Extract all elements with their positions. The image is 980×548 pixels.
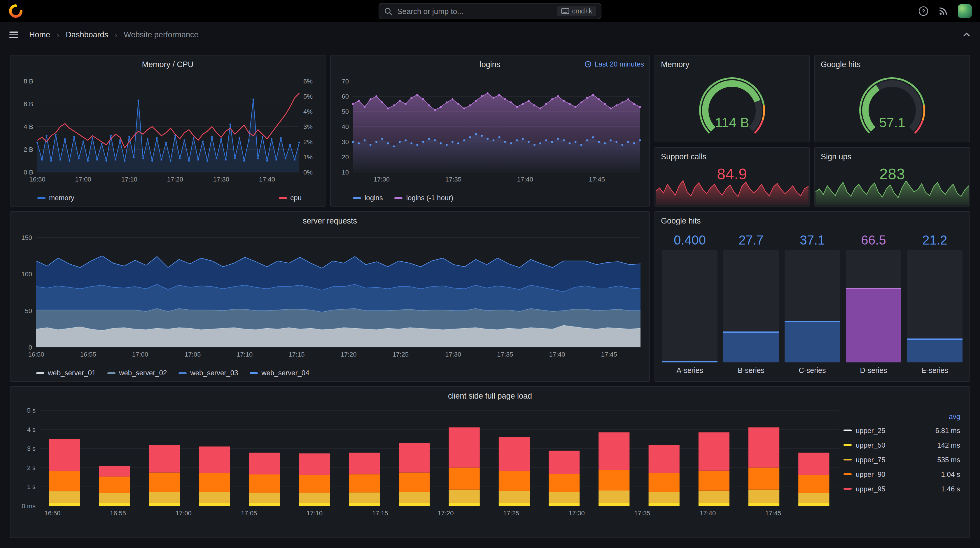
panel-title[interactable]: server requests (11, 212, 649, 229)
panel-title[interactable]: Memory (655, 56, 809, 73)
svg-text:4 B: 4 B (24, 123, 33, 131)
legend-item-logins[interactable]: logins (353, 194, 383, 202)
logins-chart[interactable]: 1020304050607017:3017:3517:4017:45 (331, 56, 649, 206)
bar-value: 0.400 (662, 232, 718, 250)
panel-title[interactable]: Memory / CPU (11, 56, 325, 73)
bar-value: 66.5 (846, 232, 901, 250)
legend-swatch (843, 459, 852, 460)
svg-text:17:30: 17:30 (445, 351, 461, 358)
legend-label: upper_25 (856, 426, 885, 435)
legend-item-upper-95[interactable]: upper_95 1.46 s (843, 481, 960, 496)
svg-text:17:00: 17:00 (132, 351, 148, 358)
svg-text:0 B: 0 B (24, 169, 33, 176)
legend-item-web-server-04[interactable]: web_server_04 (250, 369, 309, 377)
panel-title[interactable]: client side full page load (11, 387, 969, 405)
legend-label: upper_50 (856, 441, 885, 449)
legend-avg-value: 6.81 ms (935, 426, 960, 435)
grafana-logo[interactable] (8, 3, 23, 19)
panel-support-calls: Support calls 84.9 (654, 147, 810, 207)
legend-item-upper-90[interactable]: upper_90 1.04 s (843, 467, 960, 481)
legend-item-web-server-03[interactable]: web_server_03 (178, 369, 238, 377)
svg-text:17:45: 17:45 (601, 351, 617, 358)
legend-item-web-server-02[interactable]: web_server_02 (107, 369, 167, 377)
help-icon[interactable]: ? (918, 6, 929, 16)
search-input[interactable]: Search or jump to... cmd+k (379, 3, 601, 19)
panel-memory-cpu: Memory / CPU 0 B2 B4 B6 B8 B0%1%2%3%4%5%… (10, 55, 326, 207)
svg-text:17:15: 17:15 (372, 510, 388, 517)
svg-text:17:35: 17:35 (497, 351, 513, 358)
svg-text:100: 100 (21, 271, 32, 278)
svg-text:17:00: 17:00 (176, 510, 192, 517)
bar-fill (723, 331, 779, 362)
panel-title[interactable]: Google hits (815, 56, 969, 73)
svg-text:70: 70 (342, 78, 349, 85)
svg-text:6 B: 6 B (24, 100, 33, 108)
bar-fill (662, 361, 718, 362)
bar-fill (907, 339, 963, 362)
bar-fill (846, 288, 901, 362)
bar-fill (784, 321, 840, 362)
legend-avg-value: 1.46 s (941, 485, 960, 493)
svg-text:16:50: 16:50 (28, 351, 44, 358)
bar-track (723, 250, 779, 362)
legend-label: memory (49, 194, 75, 202)
page-load-chart[interactable]: 0 ms1 s2 s3 s4 s5 s16:5016:5517:0017:051… (11, 387, 969, 537)
bar-label: E-series (907, 362, 963, 378)
svg-text:6%: 6% (303, 78, 313, 85)
legend-item-upper-25[interactable]: upper_25 6.81 ms (843, 423, 960, 438)
keyboard-icon (561, 8, 570, 14)
svg-text:17:35: 17:35 (634, 510, 650, 517)
rss-news-icon[interactable] (938, 6, 948, 16)
svg-text:17:10: 17:10 (121, 176, 137, 183)
bar-gauge-column-a: 0.400 A-series (662, 232, 718, 378)
svg-text:17:25: 17:25 (503, 510, 519, 517)
memory-cpu-chart[interactable]: 0 B2 B4 B6 B8 B0%1%2%3%4%5%6%16:5017:001… (11, 56, 325, 206)
menu-toggle-icon[interactable] (10, 32, 18, 38)
clock-icon (585, 61, 592, 68)
svg-text:17:05: 17:05 (185, 351, 200, 358)
server-requests-chart[interactable]: 05010015016:5016:5517:0017:0517:1017:151… (11, 212, 649, 381)
panel-google-hits-bars: Google hits 0.400 A-series 27.7 B-series… (654, 211, 970, 382)
svg-text:16:50: 16:50 (45, 510, 60, 517)
bar-label: C-series (784, 362, 840, 378)
legend-item-cpu[interactable]: cpu (278, 194, 302, 202)
chevron-up-icon[interactable] (963, 32, 970, 37)
legend-item-upper-75[interactable]: upper_75 535 ms (843, 452, 960, 467)
legend-swatch (278, 197, 287, 199)
panel-title[interactable]: Google hits (655, 212, 969, 229)
bar-label: A-series (662, 362, 718, 378)
panel-title[interactable]: Sign ups (815, 148, 969, 165)
bar-track (907, 250, 963, 362)
legend-swatch (843, 473, 852, 475)
svg-text:17:10: 17:10 (237, 351, 253, 358)
time-range-badge[interactable]: Last 20 minutes (585, 60, 644, 68)
svg-text:2%: 2% (303, 138, 313, 146)
svg-text:150: 150 (21, 234, 32, 241)
legend-swatch (843, 430, 852, 431)
legend-item-web-server-01[interactable]: web_server_01 (36, 369, 95, 377)
shortcut-label: cmd+k (572, 8, 592, 14)
legend-avg-header[interactable]: avg (843, 410, 960, 423)
breadcrumb-home[interactable]: Home (29, 30, 50, 39)
legend-item-logins-1hour[interactable]: logins (-1 hour) (395, 194, 453, 202)
keyboard-shortcut-chip: cmd+k (557, 6, 596, 16)
svg-text:17:30: 17:30 (374, 176, 390, 183)
panel-title[interactable]: Support calls (655, 148, 809, 165)
gauge-value: 114 B (655, 115, 809, 131)
bar-track (662, 250, 718, 362)
svg-text:2 s: 2 s (27, 464, 36, 472)
panel-page-load: client side full page load 0 ms1 s2 s3 s… (10, 386, 970, 538)
gauge-value: 57.1 (815, 115, 969, 131)
bar-gauge-column-c: 37.1 C-series (784, 232, 840, 378)
legend-item-upper-50[interactable]: upper_50 142 ms (843, 438, 960, 452)
bar-gauge-column-b: 27.7 B-series (723, 232, 779, 378)
breadcrumb-dashboards[interactable]: Dashboards (65, 30, 108, 39)
svg-text:17:45: 17:45 (589, 176, 605, 183)
breadcrumb-separator: › (57, 30, 59, 40)
legend-item-memory[interactable]: memory (37, 194, 75, 202)
svg-text:5 s: 5 s (27, 407, 36, 414)
search-placeholder: Search or jump to... (397, 7, 552, 16)
svg-text:17:25: 17:25 (393, 351, 409, 358)
svg-text:60: 60 (342, 93, 349, 100)
user-avatar[interactable] (958, 4, 972, 18)
